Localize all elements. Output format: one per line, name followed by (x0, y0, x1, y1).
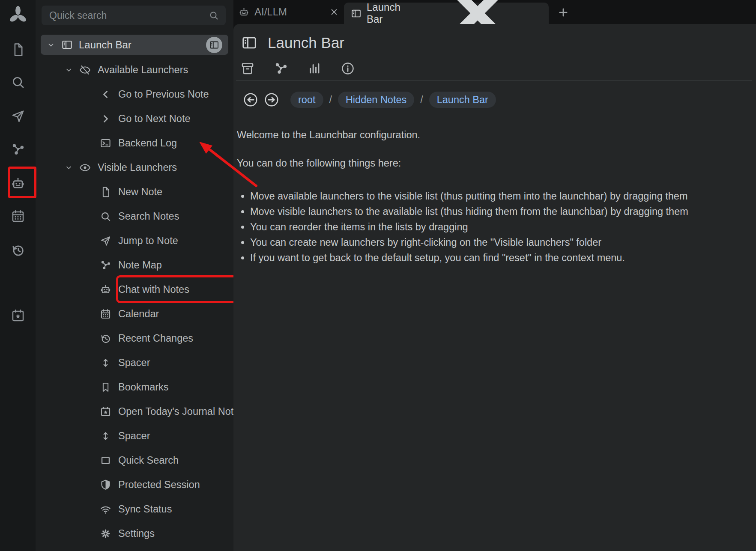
sidebar-open-todays-journal-icon[interactable] (11, 308, 25, 323)
chevron-down-icon[interactable] (47, 41, 55, 49)
close-tab-icon[interactable] (329, 6, 340, 18)
tree-item-go-to-next-note[interactable]: Go to Next Note (36, 107, 233, 131)
sidebar-recent-changes-icon[interactable] (11, 243, 25, 257)
history-back-button[interactable] (242, 92, 259, 108)
tree-item-label: Protected Session (118, 479, 200, 491)
sidebar-jump-to-note-icon[interactable] (11, 109, 25, 123)
bullet-item: Move visible launchers to the available … (250, 204, 741, 219)
search-icon (100, 211, 111, 222)
ribbon-tabs (240, 61, 355, 76)
bullet-item: You can create new launchers by right-cl… (250, 235, 741, 250)
tree-item-jump-to-note[interactable]: Jump to Note (36, 229, 233, 253)
tab-ai-llm[interactable]: AI/LLM (236, 0, 344, 24)
note-title[interactable]: Launch Bar (268, 34, 344, 51)
chevron-down-icon[interactable] (65, 164, 73, 172)
divider (236, 121, 752, 121)
tab-launch-bar-active[interactable]: Launch Bar (344, 3, 549, 24)
send-icon (100, 235, 111, 247)
tree-item-sync-status[interactable]: Sync Status (36, 497, 233, 521)
tree-item-label: Visible Launchers (98, 162, 177, 173)
search-icon[interactable] (209, 10, 219, 21)
tab-label: AI/LLM (254, 6, 329, 18)
sidebar-search-notes-icon[interactable] (11, 75, 25, 89)
subtitle-paragraph: You can do the following things here: (237, 157, 741, 170)
tree-item-visible-launchers[interactable]: Visible Launchers (36, 155, 233, 180)
breadcrumb-segment-launch-bar[interactable]: Launch Bar (429, 92, 496, 108)
tree-item-label: Jump to Note (118, 235, 178, 247)
tree-item-spacer[interactable]: Spacer (36, 424, 233, 448)
note-map-icon[interactable] (274, 61, 288, 76)
trilium-logo-icon[interactable] (8, 6, 28, 25)
breadcrumb: root/Hidden Notes/Launch Bar (284, 92, 496, 108)
tree-item-label: Settings (118, 528, 155, 539)
bullet-item: You can reorder the items in the lists b… (250, 219, 741, 235)
history-icon (100, 333, 111, 344)
breadcrumb-segment-hidden-notes[interactable]: Hidden Notes (338, 92, 414, 108)
tree-item-list: Available LaunchersGo to Previous NoteGo… (36, 58, 233, 546)
tab-label: Launch Bar (367, 1, 413, 25)
wifi-icon (100, 503, 111, 515)
note-info-chart-icon[interactable] (307, 61, 322, 76)
tree-root-launch-bar[interactable]: Launch Bar (41, 35, 228, 55)
note-detail-pane: Launch Bar root/Hidden Notes/Launch Bar … (233, 24, 756, 551)
tree-item-label: Available Launchers (98, 64, 188, 76)
new-tab-button[interactable] (556, 6, 571, 19)
tree-item-search-notes[interactable]: Search Notes (36, 204, 233, 229)
note-tree-panel: Launch Bar Available LaunchersGo to Prev… (36, 0, 234, 551)
tree-item-settings[interactable]: Settings (36, 521, 233, 546)
quick-search-input[interactable] (48, 9, 209, 22)
sidebar-new-note-icon[interactable] (11, 42, 25, 57)
launch-bar-circle-button[interactable] (206, 37, 222, 53)
tree-item-new-note[interactable]: New Note (36, 180, 233, 204)
chevright-icon (100, 113, 111, 125)
robot-icon (239, 7, 249, 18)
sidebar-note-map-icon[interactable] (11, 142, 25, 157)
quick-search-box (42, 6, 226, 25)
tree-item-spacer[interactable]: Spacer (36, 351, 233, 375)
tree-item-label: Chat with Notes (118, 284, 189, 295)
eyeoff-icon (79, 64, 91, 76)
bookmark-icon (100, 381, 111, 393)
launcher-sidebar (0, 0, 36, 551)
note-title-row: Launch Bar (241, 34, 344, 51)
updown-icon (100, 430, 111, 442)
tree-item-recent-changes[interactable]: Recent Changes (36, 326, 233, 351)
tree-item-label: Calendar (118, 308, 159, 320)
tree-item-quick-search[interactable]: Quick Search (36, 448, 233, 473)
intro-paragraph: Welcome to the Launchbar configuration. (237, 128, 741, 141)
tree-item-label: Note Map (118, 259, 162, 271)
tree-item-calendar[interactable]: Calendar (36, 302, 233, 326)
robot-icon (100, 284, 111, 295)
trilium-app-window: Launch Bar Available LaunchersGo to Prev… (0, 0, 756, 551)
shield-icon (100, 479, 111, 491)
tree-item-available-launchers[interactable]: Available Launchers (36, 58, 233, 82)
tree-item-chat-with-notes[interactable]: Chat with Notes (36, 277, 233, 302)
tree-item-label: Quick Search (118, 455, 179, 466)
breadcrumb-segment-root[interactable]: root (290, 92, 323, 108)
tree-item-label: Sync Status (118, 503, 172, 515)
launch-bar-icon (351, 8, 362, 19)
history-forward-button[interactable] (263, 92, 280, 108)
info-icon[interactable] (341, 61, 355, 76)
chevron-down-icon[interactable] (65, 66, 73, 74)
note-content[interactable]: Welcome to the Launchbar configuration. … (237, 128, 741, 265)
divider (236, 80, 752, 81)
eye-icon (79, 162, 91, 173)
tree-item-open-today-s-journal-note[interactable]: Open Today's Journal Note (36, 399, 233, 424)
file-icon (100, 186, 111, 198)
sidebar-chat-with-notes-icon[interactable] (11, 176, 25, 191)
terminal-icon (100, 137, 111, 149)
tree-item-note-map[interactable]: Note Map (36, 253, 233, 277)
tree-item-protected-session[interactable]: Protected Session (36, 473, 233, 497)
sidebar-calendar-icon[interactable] (11, 209, 25, 223)
breadcrumb-separator: / (329, 94, 332, 106)
tree-root-label: Launch Bar (79, 39, 206, 51)
tree-item-label: Open Today's Journal Note (118, 406, 234, 417)
tree-item-label: Go to Next Note (118, 113, 191, 125)
gear-icon (100, 528, 111, 539)
basic-properties-icon[interactable] (240, 61, 255, 76)
tree-item-go-to-previous-note[interactable]: Go to Previous Note (36, 82, 233, 107)
tree-item-bookmarks[interactable]: Bookmarks (36, 375, 233, 399)
tree-item-backend-log[interactable]: Backend Log (36, 131, 233, 155)
tree-item-label: Recent Changes (118, 333, 193, 344)
